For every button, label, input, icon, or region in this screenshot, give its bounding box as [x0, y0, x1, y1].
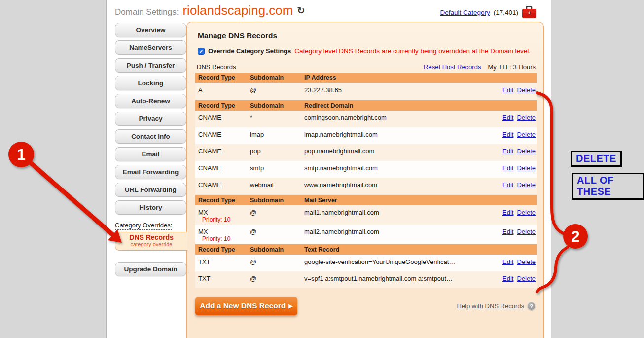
default-category-link[interactable]: Default Category [440, 9, 490, 16]
dns-records-label: DNS Records [197, 63, 236, 71]
sidebar-item-history[interactable]: History [115, 200, 186, 215]
domain-name: riolandscaping.com [182, 3, 293, 18]
refresh-icon[interactable]: ↻ [297, 5, 305, 16]
dns-record-row: CNAMEsmtpsmtp.namebrightmail.comEditDele… [195, 161, 537, 178]
dns-records-table: Record TypeSubdomainIP AddressA@23.227.3… [195, 73, 537, 288]
delete-link[interactable]: Delete [517, 275, 536, 288]
record-value: v=spf1 a:smtpout1.namebrightmail.com a:s… [304, 271, 487, 288]
annotation-circle-1 [8, 142, 34, 167]
override-category-checkbox[interactable]: ✓ [198, 48, 205, 55]
record-type: CNAME [198, 164, 250, 172]
edit-link[interactable]: Edit [502, 181, 513, 194]
sidebar-item-privacy[interactable]: Privacy [115, 112, 186, 126]
dns-section-header-row: Record TypeSubdomainRedirect Domain [195, 100, 537, 111]
category-count: (17,401) [494, 9, 518, 16]
sidebar-item-email[interactable]: Email [115, 147, 186, 161]
edit-link[interactable]: Edit [502, 164, 513, 178]
record-value: pop.namebrightmail.com [304, 144, 487, 161]
record-type: TXT [198, 258, 250, 265]
record-type: CNAME [198, 131, 250, 138]
help-dns-records-link[interactable]: Help with DNS Records [457, 302, 524, 310]
edit-link[interactable]: Edit [502, 131, 513, 144]
record-type: CNAME [198, 114, 250, 121]
sidebar-item-overview[interactable]: Overview [115, 23, 186, 37]
edit-link[interactable]: Edit [502, 114, 513, 127]
page-title: Manage DNS Records [198, 31, 536, 40]
edit-link[interactable]: Edit [502, 258, 513, 271]
edit-link[interactable]: Edit [502, 209, 513, 225]
sidebar-item-dns-records[interactable]: DNS Records category override [115, 232, 187, 251]
content-page: Domain Settings: riolandscaping.com ↻ De… [106, 0, 551, 338]
record-value: mail1.namebrightmail.com [304, 205, 487, 225]
delete-link[interactable]: Delete [517, 114, 536, 127]
dns-records-tab-sublabel: category override [115, 241, 187, 247]
record-subdomain: webmail [250, 178, 304, 194]
record-value: comingsoon.namebright.com [304, 111, 487, 127]
record-value: 23.227.38.65 [304, 83, 487, 100]
sidebar-item-url-forwarding[interactable]: URL Forwarding [115, 183, 186, 197]
record-subdomain: @ [250, 255, 304, 271]
delete-link[interactable]: Delete [517, 209, 536, 225]
edit-link[interactable]: Edit [502, 228, 513, 244]
reset-host-records-link[interactable]: Reset Host Records [424, 63, 481, 71]
add-dns-record-button[interactable]: Add a New DNS Record ▶ [195, 297, 297, 315]
record-priority: Priority: 10 [198, 216, 250, 224]
dns-record-row: MXPriority: 10@mail1.namebrightmail.comE… [195, 205, 537, 225]
annotation-note-delete: DELETE [571, 151, 622, 167]
dns-record-row: TXT@google-site-verification=YourUniqueG… [195, 255, 537, 271]
dns-section-header-row: Record TypeSubdomainText Record [195, 244, 537, 255]
record-type: MX [198, 209, 250, 216]
dns-record-row: MXPriority: 10@mail2.namebrightmail.comE… [195, 225, 537, 244]
dns-record-row: CNAME*comingsoon.namebright.comEditDelet… [195, 111, 537, 127]
page-header: Domain Settings: riolandscaping.com ↻ [115, 3, 305, 18]
override-checkbox-label: Override Category Settings [208, 47, 291, 55]
help-question-icon[interactable]: ? [527, 302, 536, 310]
delete-link[interactable]: Delete [517, 86, 536, 100]
button-arrow-icon: ▶ [288, 303, 292, 309]
edit-link[interactable]: Edit [502, 148, 513, 161]
sidebar-item-auto-renew[interactable]: Auto-Renew [115, 94, 186, 108]
dns-record-row: CNAMEimapimap.namebrightmail.comEditDele… [195, 127, 537, 144]
record-value: mail2.namebrightmail.com [304, 225, 487, 244]
override-warning-text: Category level DNS Records are currently… [294, 47, 531, 55]
delete-link[interactable]: Delete [517, 228, 536, 244]
record-subdomain: imap [250, 127, 304, 144]
briefcase-icon[interactable] [522, 6, 537, 19]
record-subdomain: pop [250, 144, 304, 161]
annotation-circle-2 [563, 224, 588, 249]
category-overrides-label[interactable]: Category Overrides: [115, 222, 172, 230]
sidebar-item-email-forwarding[interactable]: Email Forwarding [115, 165, 186, 179]
sidebar-item-locking[interactable]: Locking [115, 76, 186, 90]
record-value: imap.namebrightmail.com [304, 127, 487, 144]
sidebar: OverviewNameServersPush / TransferLockin… [115, 23, 186, 218]
record-value: google-site-verification=YourUniqueGoogl… [304, 255, 487, 271]
delete-link[interactable]: Delete [517, 258, 536, 271]
record-subdomain: @ [250, 205, 304, 225]
record-type: TXT [198, 275, 250, 282]
sidebar-item-nameservers[interactable]: NameServers [115, 40, 186, 55]
dns-records-tab-label: DNS Records [115, 234, 187, 241]
ttl-value-link[interactable]: 3 Hours [513, 63, 536, 71]
edit-link[interactable]: Edit [502, 86, 513, 100]
record-value: www.namebrightmail.com [304, 178, 487, 194]
record-subdomain: @ [250, 271, 304, 288]
dns-record-row: CNAMEpoppop.namebrightmail.comEditDelete [195, 144, 537, 161]
delete-link[interactable]: Delete [517, 148, 536, 161]
sidebar-item-upgrade-domain[interactable]: Upgrade Domain [115, 262, 186, 276]
annotation-arrow [31, 163, 113, 235]
record-type: CNAME [198, 181, 250, 188]
record-type: A [198, 86, 250, 94]
delete-link[interactable]: Delete [517, 164, 536, 178]
dns-record-row: TXT@v=spf1 a:smtpout1.namebrightmail.com… [195, 271, 537, 288]
annotation-step-1: 1 [17, 146, 25, 163]
record-subdomain: @ [250, 225, 304, 244]
record-subdomain: * [250, 111, 304, 127]
dns-section-header-row: Record TypeSubdomainMail Server [195, 195, 537, 205]
sidebar-item-contact-info[interactable]: Contact Info [115, 129, 186, 144]
delete-link[interactable]: Delete [517, 181, 536, 194]
delete-link[interactable]: Delete [517, 131, 536, 144]
edit-link[interactable]: Edit [502, 275, 513, 288]
header-right: Default Category (17,401) [440, 6, 537, 19]
sidebar-item-push-transfer[interactable]: Push / Transfer [115, 58, 186, 73]
record-priority: Priority: 10 [198, 235, 250, 243]
